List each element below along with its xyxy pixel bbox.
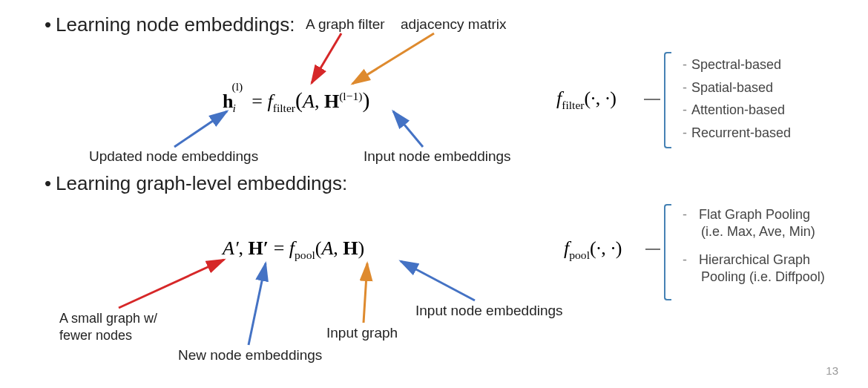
- eq1-open-paren: (: [295, 88, 303, 112]
- dash-icon: -: [683, 207, 687, 222]
- eq1-sub-i: i: [232, 102, 235, 114]
- annotation-new-node: New node embeddings: [178, 347, 322, 364]
- pool-cat-a-l2: (i.e. Max, Ave, Min): [701, 224, 815, 239]
- list-item: -Spectral-based: [683, 53, 791, 76]
- annotation-small-graph-l2: fewer nodes: [59, 328, 132, 343]
- filter-cat-b: Spatial-based: [691, 80, 773, 95]
- eq2-equals: =: [269, 237, 289, 259]
- eq2-close-paren: ): [358, 237, 365, 259]
- annotation-input-node-1: Input node embeddings: [364, 148, 511, 165]
- list-item: -Attention-based: [683, 99, 791, 122]
- eq1r-args: (·, ·): [585, 88, 617, 109]
- annotation-small-graph-l1: A small graph w/: [59, 311, 157, 326]
- arrow-input-node1-icon: [393, 111, 423, 147]
- dash-icon: -: [683, 80, 687, 95]
- annotation-updated-node: Updated node embeddings: [89, 148, 258, 165]
- heading-graph-embeddings: •Learning graph-level embeddings:: [45, 172, 347, 195]
- eq2-f-sub: pool: [295, 249, 315, 261]
- bullet-dot-icon: •: [45, 13, 51, 36]
- arrow-input-graph-icon: [364, 263, 367, 323]
- list-item: -Spatial-based: [683, 76, 791, 99]
- heading-graph-text: Learning graph-level embeddings:: [56, 172, 347, 194]
- list-item: -Recurrent-based: [683, 122, 791, 145]
- arrow-small-graph-icon: [119, 260, 224, 308]
- heading-node-embeddings: •Learning node embeddings:: [45, 13, 295, 36]
- equation-filter: hi(l) = ffilter(A, H(l−1)): [223, 88, 369, 115]
- dash-icon: -: [683, 57, 687, 72]
- list-item: - Flat Graph Pooling (i.e. Max, Ave, Min…: [683, 206, 825, 241]
- eq2-arg-A: A: [321, 237, 333, 259]
- equation-pool-fn: fpool(·, ·): [564, 237, 622, 262]
- annotation-adjacency-matrix: adjacency matrix: [401, 16, 507, 33]
- eq1-close-paren: ): [362, 88, 369, 112]
- eq2r-args: (·, ·): [590, 237, 622, 259]
- arrow-adjacency-icon: [352, 33, 434, 84]
- eq1-comma: ,: [315, 91, 324, 112]
- pool-cat-a-l1: Flat Graph Pooling: [699, 207, 810, 222]
- eq1-equals: =: [247, 91, 268, 112]
- annotation-graph-filter: A graph filter: [306, 16, 385, 33]
- bullet-dot-icon: •: [45, 172, 51, 194]
- filter-categories: -Spectral-based -Spatial-based -Attentio…: [683, 53, 791, 144]
- eq1r-f-sub: filter: [562, 99, 584, 111]
- arrow-input-node2-icon: [401, 261, 475, 300]
- eq2-f: f: [289, 237, 295, 259]
- eq1-arg-A: A: [303, 91, 315, 112]
- annotation-input-node-2: Input node embeddings: [415, 303, 563, 319]
- filter-cat-c: Attention-based: [691, 102, 785, 117]
- eq2-arg-H: H: [343, 237, 358, 259]
- eq2r-f-sub: pool: [569, 249, 590, 261]
- bracket-pool-icon: [664, 204, 671, 300]
- dash-icon: -: [683, 252, 687, 267]
- eq1-f-sub: filter: [273, 102, 295, 114]
- pool-cat-b-l1: Hierarchical Graph: [699, 252, 810, 267]
- eq2-comma2: ,: [333, 237, 343, 259]
- eq1-f: f: [267, 91, 272, 112]
- eq2-comma1: ,: [239, 237, 249, 259]
- filter-cat-a: Spectral-based: [691, 57, 781, 72]
- arrow-updated-node-icon: [174, 111, 227, 147]
- dash-icon: -: [683, 102, 687, 117]
- arrow-new-node-icon: [249, 263, 266, 345]
- bracket-filter-icon: [664, 52, 671, 148]
- eq2-Hprime: H′: [249, 237, 269, 259]
- list-item: - Hierarchical Graph Pooling (i.e. Diffp…: [683, 251, 825, 286]
- annotation-input-graph: Input graph: [326, 325, 398, 341]
- eq1-sup-l: (l): [231, 80, 243, 93]
- eq2-Aprime: A′: [223, 237, 239, 259]
- pool-categories: - Flat Graph Pooling (i.e. Max, Ave, Min…: [683, 206, 825, 286]
- annotation-small-graph: A small graph w/ fewer nodes: [59, 310, 157, 345]
- pool-cat-b-l2: Pooling (i.e. Diffpool): [701, 269, 825, 284]
- filter-cat-d: Recurrent-based: [691, 125, 791, 140]
- eq1-arg-H: H: [324, 91, 339, 112]
- equation-filter-fn: ffilter(·, ·): [556, 88, 617, 112]
- dash-icon: -: [683, 125, 687, 140]
- equation-pool: A′, H′ = fpool(A, H): [223, 237, 364, 262]
- heading-node-text: Learning node embeddings:: [56, 13, 295, 36]
- page-number: 13: [826, 364, 838, 377]
- arrow-graph-filter-icon: [312, 33, 341, 83]
- eq1-arg-H-sup: (l−1): [339, 90, 362, 102]
